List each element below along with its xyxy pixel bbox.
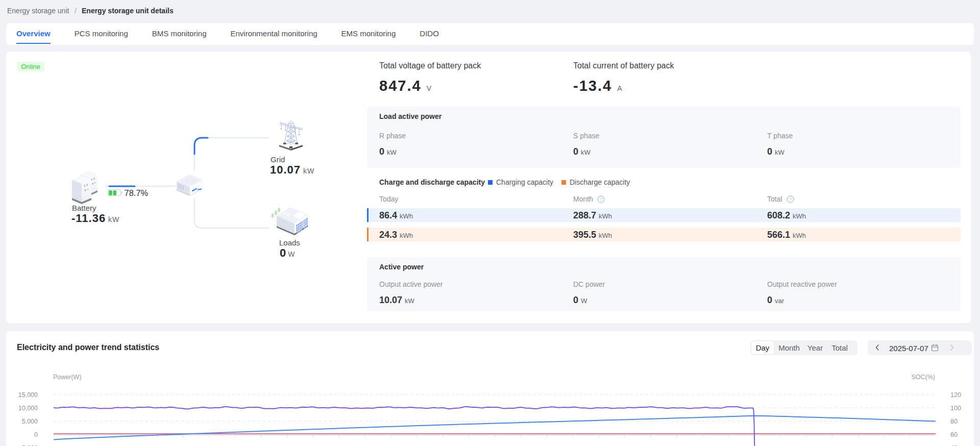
svg-text:SOC(%): SOC(%) <box>911 374 935 381</box>
svg-text:0: 0 <box>34 431 38 438</box>
svg-text:120: 120 <box>950 391 961 399</box>
svg-text:5,000: 5,000 <box>22 418 38 425</box>
svg-text:80: 80 <box>950 418 958 425</box>
svg-text:Power(W): Power(W) <box>53 374 82 381</box>
svg-text:15,000: 15,000 <box>18 391 38 399</box>
svg-text:10,000: 10,000 <box>18 405 38 412</box>
svg-text:100: 100 <box>950 405 961 412</box>
svg-text:60: 60 <box>950 431 958 438</box>
